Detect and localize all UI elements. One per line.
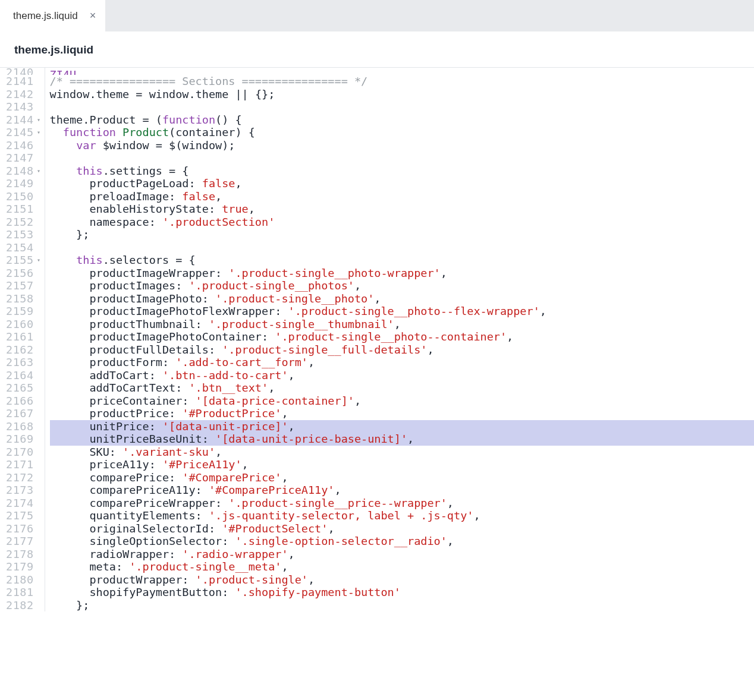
code-line[interactable]: comparePriceA11y: '#ComparePriceA11y', [50,484,754,497]
line-number: 2143 [6,100,41,113]
line-number: 2156 [6,267,41,280]
line-number: 2141 [6,75,41,88]
code-line[interactable]: productImagePhotoFlexWrapper: '.product-… [50,305,754,318]
line-number: 2149 [6,177,41,190]
line-number: 2178 [6,548,41,561]
code-line[interactable]: productWrapper: '.product-single', [50,573,754,587]
code-line[interactable]: originalSelectorId: '#ProductSelect', [50,522,754,535]
code-line[interactable]: productImageWrapper: '.product-single__p… [50,267,754,280]
line-number: 2172 [6,471,41,484]
line-number: 2148▾ [6,165,41,178]
code-line[interactable]: productImagePhoto: '.product-single__pho… [50,292,754,305]
fold-icon[interactable]: ▾ [36,126,41,139]
line-number: 2151 [6,203,41,216]
tab-filename: theme.js.liquid [13,10,78,22]
line-number: 2153 [6,228,41,241]
code-line[interactable]: var $window = $(window); [50,139,754,152]
fold-icon[interactable]: ▾ [36,165,41,178]
code-line[interactable]: shopifyPaymentButton: '.shopify-payment-… [50,586,754,599]
line-number: 2166 [6,395,41,408]
line-number: 2164 [6,369,41,382]
code-line[interactable]: productThumbnail: '.product-single__thum… [50,318,754,331]
line-number: 2173 [6,484,41,497]
code-line[interactable]: unitPriceBaseUnit: '[data-unit-price-bas… [50,433,754,446]
line-number: 2145▾ [6,126,41,139]
code-line[interactable]: quantityElements: '.js-quantity-selector… [50,509,754,522]
code-line[interactable]: meta: '.product-single__meta', [50,560,754,573]
code-line[interactable]: }; [50,599,754,612]
code-line[interactable]: addToCart: '.btn--add-to-cart', [50,369,754,382]
line-number: 2155▾ [6,254,41,267]
code-line[interactable]: this.settings = { [50,165,754,178]
code-line[interactable]: productImages: '.product-single__photos'… [50,279,754,292]
code-line[interactable]: productForm: '.add-to-cart__form', [50,356,754,369]
code-line[interactable]: /* ================ Sections ===========… [50,75,754,88]
line-number: 2159 [6,305,41,318]
code-line[interactable] [50,241,754,254]
line-number: 2182 [6,599,41,612]
code-line[interactable]: addToCartText: '.btn__text', [50,381,754,395]
code-line[interactable]: productPrice: '#ProductPrice', [50,407,754,420]
line-number: 2176 [6,522,41,535]
code-line[interactable]: comparePrice: '#ComparePrice', [50,471,754,484]
code-line[interactable]: productPageLoad: false, [50,177,754,190]
line-number: 2170 [6,446,41,459]
tab-active[interactable]: theme.js.liquid × [0,0,105,31]
code-line[interactable]: function Product(container) { [50,126,754,139]
breadcrumb: theme.js.liquid [0,31,754,68]
fold-icon[interactable]: ▾ [36,254,41,267]
code-line[interactable]: singleOptionSelector: '.single-option-se… [50,535,754,548]
line-number: 2168 [6,420,41,433]
code-line[interactable]: radioWrapper: '.radio-wrapper', [50,548,754,561]
code-line[interactable]: }; [50,228,754,241]
line-number: 2174 [6,497,41,510]
code-line[interactable]: SKU: '.variant-sku', [50,446,754,459]
code-line[interactable]: priceContainer: '[data-price-container]'… [50,395,754,408]
tab-bar: theme.js.liquid × [0,0,754,31]
code-line[interactable]: ZI4U [50,68,754,75]
line-number: 2163 [6,356,41,369]
line-gutter: 21402141214221432144▾2145▾214621472148▾2… [0,68,45,611]
line-number: 2181 [6,586,41,599]
line-number: 2147 [6,152,41,165]
line-number: 2179 [6,560,41,573]
code-line[interactable]: productFullDetails: '.product-single__fu… [50,343,754,357]
line-number: 2169 [6,433,41,446]
line-number: 2150 [6,190,41,203]
code-line[interactable]: namespace: '.productSection' [50,216,754,229]
line-number: 2142 [6,88,41,101]
line-number: 2157 [6,279,41,292]
code-line[interactable]: productImagePhotoContainer: '.product-si… [50,330,754,343]
line-number: 2154 [6,241,41,254]
code-line[interactable]: theme.Product = (function() { [50,113,754,127]
line-number: 2161 [6,330,41,343]
line-number: 2144▾ [6,113,41,127]
line-number: 2180 [6,573,41,587]
code-line[interactable]: unitPrice: '[data-unit-price]', [50,420,754,433]
code-line[interactable]: comparePriceWrapper: '.product-single__p… [50,497,754,510]
line-number: 2162 [6,343,41,357]
line-number: 2177 [6,535,41,548]
line-number: 2146 [6,139,41,152]
line-number: 2175 [6,509,41,522]
close-icon[interactable]: × [90,10,96,22]
line-number: 2140 [6,68,41,75]
line-number: 2165 [6,381,41,395]
fold-icon[interactable]: ▾ [36,113,41,127]
line-number: 2171 [6,458,41,471]
code-line[interactable] [50,152,754,165]
code-line[interactable]: preloadImage: false, [50,190,754,203]
code-line[interactable]: window.theme = window.theme || {}; [50,88,754,101]
line-number: 2160 [6,318,41,331]
code-area[interactable]: ZI4U/* ================ Sections =======… [45,68,754,611]
code-line[interactable]: enableHistoryState: true, [50,203,754,216]
line-number: 2152 [6,216,41,229]
line-number: 2158 [6,292,41,305]
code-line[interactable]: this.selectors = { [50,254,754,267]
code-line[interactable]: priceA11y: '#PriceA11y', [50,458,754,471]
code-editor[interactable]: 21402141214221432144▾2145▾214621472148▾2… [0,68,754,611]
line-number: 2167 [6,407,41,420]
code-line[interactable] [50,100,754,113]
